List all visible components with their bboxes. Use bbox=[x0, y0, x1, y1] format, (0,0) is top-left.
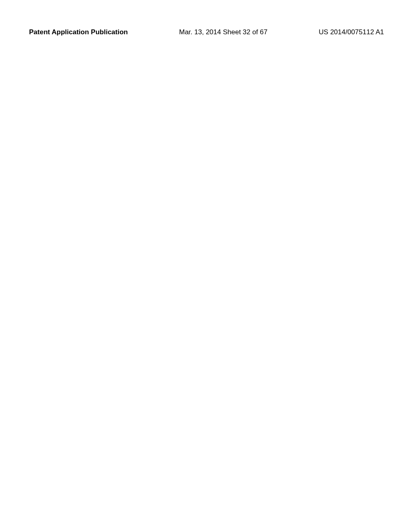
header-left: Patent Application Publication bbox=[29, 28, 128, 36]
header-right: US 2014/0075112 A1 bbox=[319, 28, 384, 36]
page-header: Patent Application Publication Mar. 13, … bbox=[0, 0, 413, 40]
header-center: Mar. 13, 2014 Sheet 32 of 67 bbox=[179, 28, 267, 36]
